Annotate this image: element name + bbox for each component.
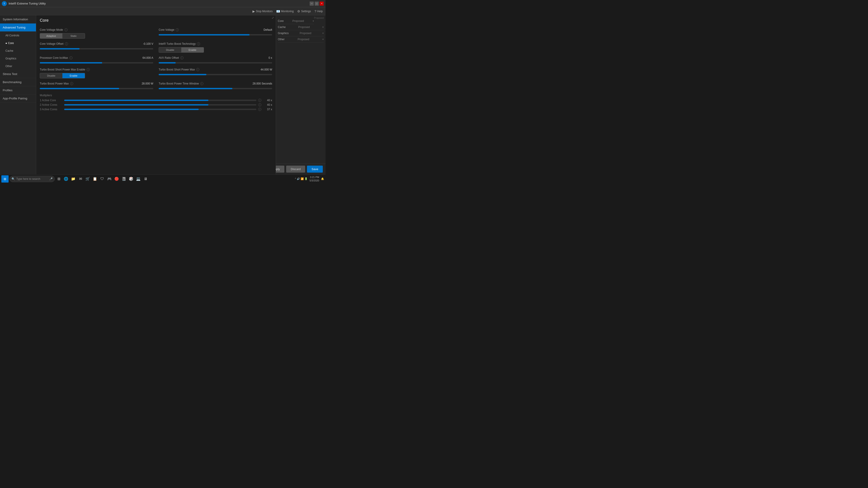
monitoring-button[interactable]: 📧 Monitoring bbox=[276, 9, 293, 13]
core-voltage-offset-slider[interactable] bbox=[40, 48, 153, 50]
avx-ratio-slider[interactable] bbox=[159, 62, 272, 64]
turbo-time-window-slider[interactable] bbox=[159, 88, 272, 89]
multiplier-slider-1[interactable] bbox=[64, 104, 256, 105]
mail-icon[interactable]: ✉ bbox=[77, 176, 84, 182]
chevron-down-icon: ▾ bbox=[322, 38, 324, 41]
notification-icon[interactable]: 🔔 bbox=[321, 177, 324, 180]
multiplier-row-0: 1 Active Core i 40 x bbox=[40, 99, 272, 102]
turbo-time-window-info-icon[interactable]: i bbox=[200, 82, 204, 85]
turbo-short-max-slider[interactable] bbox=[159, 74, 272, 75]
minimize-button[interactable]: ─ bbox=[310, 2, 314, 6]
turbo-short-enable-info-icon[interactable]: i bbox=[87, 68, 90, 71]
multiplier-row-2: 3 Active Cores i 37 x bbox=[40, 108, 272, 111]
proposed-row-cache: Cache Proposed ▾ bbox=[278, 24, 324, 30]
discard-button[interactable]: Discard bbox=[286, 166, 305, 173]
turbo-enable-btn[interactable]: Enable bbox=[181, 47, 204, 53]
turbo-power-max-slider[interactable] bbox=[40, 88, 153, 89]
core-voltage-mode-setting: Core Voltage Mode i Adaptive Static bbox=[40, 28, 153, 39]
chevron-down-icon: ▾ bbox=[322, 32, 324, 35]
sidebar-item-advanced-tuning[interactable]: Advanced Tuning bbox=[0, 24, 36, 32]
window-controls[interactable]: ─ □ ✕ bbox=[310, 2, 324, 6]
core-voltage-offset-label: Core Voltage Offset i bbox=[40, 42, 68, 45]
store-icon[interactable]: 🛒 bbox=[85, 176, 91, 182]
voltage-mode-toggle[interactable]: Adaptive Static bbox=[40, 33, 85, 39]
explorer-icon[interactable]: 📁 bbox=[70, 176, 76, 182]
core-voltage-label: Core Voltage i bbox=[159, 28, 179, 31]
turbo-short-max-value: 44.000 W bbox=[260, 68, 272, 71]
settings-button[interactable]: ⚙ Settings bbox=[297, 9, 311, 13]
save-button[interactable]: Save bbox=[307, 166, 323, 173]
turbo-boost-info-icon[interactable]: i bbox=[197, 42, 200, 45]
processor-iccmax-slider[interactable] bbox=[40, 62, 153, 64]
avx-ratio-label: AVX Ratio Offset i bbox=[159, 56, 184, 59]
xbox-icon[interactable]: 🎮 bbox=[106, 176, 113, 182]
sidebar-item-benchmarking[interactable]: Benchmarking bbox=[0, 78, 36, 86]
sidebar-item-core[interactable]: ●Core bbox=[0, 39, 36, 47]
voltage-offset-info-icon[interactable]: i bbox=[65, 42, 68, 45]
multiplier-info-icon-0[interactable]: i bbox=[258, 99, 261, 102]
sidebar-item-system-info[interactable]: System Information bbox=[0, 15, 36, 24]
turbo-short-max-info-icon[interactable]: i bbox=[196, 68, 199, 71]
action-buttons: Apply Discard Save bbox=[276, 164, 326, 174]
short-disable-btn[interactable]: Disable bbox=[40, 73, 62, 78]
turbo-short-enable-setting: Turbo Boost Short Power Max Enable i Dis… bbox=[40, 68, 153, 78]
steam-icon[interactable]: 🎲 bbox=[128, 176, 134, 182]
settings-icon: ⚙ bbox=[297, 9, 300, 13]
bullet-icon: ● bbox=[5, 41, 7, 45]
chrome-icon[interactable]: 🔴 bbox=[114, 176, 120, 182]
turbo-short-max-label: Turbo Boost Short Power Max i bbox=[159, 68, 199, 71]
processor-iccmax-value: 64.000 A bbox=[143, 56, 153, 59]
sidebar-item-all-controls[interactable]: All Controls bbox=[0, 32, 36, 39]
multiplier-value-2: 37 x bbox=[263, 108, 272, 111]
app-icon-1[interactable]: 💻 bbox=[135, 176, 142, 182]
voltage-mode-info-icon[interactable]: i bbox=[64, 28, 68, 31]
stop-monitors-label: Stop Monitors bbox=[256, 10, 273, 13]
avx-ratio-info-icon[interactable]: i bbox=[180, 56, 184, 59]
close-button[interactable]: ✕ bbox=[320, 2, 324, 6]
core-voltage-info-icon[interactable]: i bbox=[176, 28, 179, 31]
multiplier-info-icon-1[interactable]: i bbox=[258, 103, 261, 106]
turbo-disable-btn[interactable]: Disable bbox=[159, 47, 181, 53]
proposed-label-graphics: Graphics bbox=[278, 32, 289, 35]
app-icon-2[interactable]: 🖥 bbox=[143, 176, 149, 182]
sidebar-item-app-profile[interactable]: App-Profile Pairing bbox=[0, 94, 36, 103]
sidebar-item-graphics[interactable]: Graphics bbox=[0, 55, 36, 62]
onenote-icon[interactable]: 📓 bbox=[121, 176, 127, 182]
panel-expand-icon[interactable]: ⤢ bbox=[272, 16, 274, 20]
edge-icon[interactable]: 🌐 bbox=[63, 176, 69, 182]
taskbar-search[interactable]: 🔍 Type here to search 🎤 bbox=[9, 176, 55, 182]
sidebar-item-cache[interactable]: Cache bbox=[0, 47, 36, 55]
multiplier-value-0: 40 x bbox=[263, 99, 272, 102]
system-tray-icons: ^ 🔊 📶 🔋 bbox=[295, 177, 308, 180]
sidebar-item-other[interactable]: Other bbox=[0, 62, 36, 70]
multiplier-slider-2[interactable] bbox=[64, 109, 256, 110]
multiplier-value-1: 40 x bbox=[263, 103, 272, 106]
start-button[interactable]: ⊞ bbox=[1, 175, 8, 183]
maximize-button[interactable]: □ bbox=[315, 2, 319, 6]
short-enable-btn[interactable]: Enable bbox=[62, 73, 85, 78]
stop-monitors-button[interactable]: ▶ Stop Monitors bbox=[252, 9, 273, 13]
adaptive-btn[interactable]: Adaptive bbox=[40, 33, 62, 38]
antivirus-icon[interactable]: 🛡 bbox=[99, 176, 105, 182]
proposed-value-cache: Proposed bbox=[298, 26, 310, 29]
sidebar-item-profiles[interactable]: Profiles bbox=[0, 86, 36, 94]
turbo-short-enable-toggle[interactable]: Disable Enable bbox=[40, 73, 85, 78]
multipliers-section: Multipliers 1 Active Core i 40 x 2 Activ… bbox=[40, 94, 272, 111]
core-voltage-slider[interactable] bbox=[159, 34, 272, 35]
turbo-boost-toggle[interactable]: Disable Enable bbox=[159, 47, 204, 53]
proposed-row-core: Core Proposed ▾ bbox=[278, 18, 314, 24]
turbo-power-max-label: Turbo Boost Power Max i bbox=[40, 82, 73, 85]
turbo-boost-setting: Intel® Turbo Boost Technology i Disable … bbox=[159, 42, 272, 53]
turbo-power-max-info-icon[interactable]: i bbox=[70, 82, 73, 85]
core-panel: Core ⤢ Core Voltage Mode i Adaptive Stat… bbox=[36, 15, 276, 174]
multiplier-slider-0[interactable] bbox=[64, 100, 256, 101]
launcher-icon[interactable]: 📋 bbox=[92, 176, 98, 182]
static-btn[interactable]: Static bbox=[62, 33, 85, 38]
iccmax-info-icon[interactable]: i bbox=[69, 56, 72, 59]
sidebar-item-stress-test[interactable]: Stress Test bbox=[0, 70, 36, 78]
task-view-button[interactable]: ⊞ bbox=[56, 176, 62, 182]
multiplier-info-icon-2[interactable]: i bbox=[258, 108, 261, 111]
help-button[interactable]: ? Help bbox=[315, 9, 323, 13]
main-layout: System InformationAdvanced TuningAll Con… bbox=[0, 15, 326, 174]
settings-label: Settings bbox=[301, 10, 311, 13]
